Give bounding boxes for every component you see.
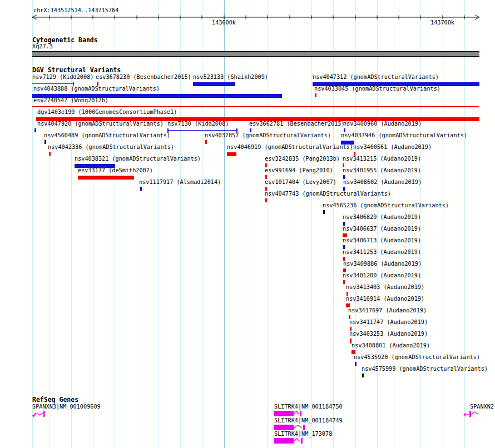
variant-label[interactable]: nsv4042336 (gnomADStructuralVariants) (48, 144, 174, 150)
variant-label[interactable]: nsv3411747 (Audano2019) (349, 319, 428, 325)
variant-label[interactable]: nsv4043888 (gnomADStructuralVariants) (33, 86, 160, 92)
variant-label[interactable]: esv3242835 (Pang2013b) (265, 156, 340, 162)
gene-label[interactable]: SLITRK4|NM_173078 (274, 431, 332, 437)
variant-glyph-point[interactable] (346, 303, 350, 307)
variant-label[interactable]: nsv3408801 (Audano2019) (352, 342, 430, 349)
variant-label[interactable]: nsv3406637 (Audano2019) (343, 226, 421, 232)
variant-label[interactable]: nsv3410914 (Audano2019) (346, 296, 424, 302)
cytoband-bar[interactable] (32, 51, 479, 57)
variant-glyph-point[interactable] (265, 163, 267, 167)
variant-label[interactable]: nsv3413403 (Audano2019) (346, 284, 424, 290)
variant-glyph-line[interactable] (32, 106, 479, 107)
variant-glyph-point[interactable] (344, 128, 345, 132)
genome-browser-canvas: 143600k143700k chrX:143512514..143715764… (0, 0, 495, 448)
variant-glyph-point[interactable] (346, 292, 348, 296)
variant-label[interactable]: nsv3406829 (Audano2019) (343, 214, 421, 220)
variant-label[interactable]: esv33177 (deSmith2007) (78, 167, 153, 173)
variant-glyph-point[interactable] (350, 327, 352, 331)
gene-arrow-left-icon (32, 411, 46, 417)
variant-label[interactable]: esv1017404 (Levy2007) (265, 179, 336, 185)
variant-label[interactable]: nsv4565236 (gnomADStructuralVariants) (323, 202, 449, 208)
ruler-tick-label: 143700k (430, 19, 454, 26)
variant-glyph-point[interactable] (140, 187, 142, 191)
variant-glyph-bar[interactable] (227, 152, 236, 156)
variant-label[interactable]: esv3678230 (Besenbacher2015) (96, 74, 191, 80)
variant-label[interactable]: nsv7130 (Kidd2008) (167, 121, 229, 127)
variant-glyph-point[interactable] (343, 233, 347, 237)
variant-label[interactable]: dgv1403e199 (1000GenomesConsortiumPhase1… (37, 109, 177, 115)
variant-glyph-point[interactable] (354, 152, 355, 156)
variant-label[interactable]: esv3662781 (Besenbacher2015) (249, 121, 345, 127)
variant-label[interactable]: nsv3408602 (Audano2019) (343, 179, 422, 185)
variant-label[interactable]: nsv3400561 (Audano2019) (353, 144, 432, 150)
variant-label[interactable]: nsv3400960 (Audano2019) (343, 121, 422, 127)
variant-glyph-point[interactable] (250, 128, 251, 132)
variant-glyph-point[interactable] (265, 187, 267, 191)
variant-glyph-point[interactable] (49, 152, 51, 156)
variant-label[interactable]: nsv4047743 (gnomADStructuralVariants) (265, 191, 391, 197)
gene-exon[interactable] (303, 425, 305, 430)
variant-glyph-range-line[interactable] (167, 130, 237, 131)
variant-label[interactable]: esv991694 (Pang2010) (265, 167, 333, 173)
variant-glyph-point[interactable] (343, 175, 345, 179)
variant-label[interactable]: nsv4038321 (gnomADStructuralVariants) (75, 156, 201, 162)
variant-glyph-point[interactable] (352, 350, 355, 354)
variant-label[interactable]: nsv3413215 (Audano2019) (343, 156, 421, 162)
variant-glyph-point[interactable] (343, 187, 345, 191)
variant-glyph-point[interactable] (343, 280, 345, 284)
gene-exon[interactable] (274, 425, 294, 430)
variant-glyph-point[interactable] (343, 245, 345, 249)
variant-label[interactable]: nsv4047920 (gnomADStructuralVariants) (37, 121, 164, 127)
variant-label[interactable]: nsv4575999 (gnomADStructuralVariants) (362, 366, 488, 372)
gene-label[interactable]: SLITRK4|NM_001184750 (274, 404, 343, 410)
variant-glyph-point[interactable] (44, 140, 46, 144)
variant-label[interactable]: nsv3409886 (Audano2019) (343, 261, 422, 267)
variant-label[interactable]: nsv3401200 (Audano2019) (343, 272, 421, 278)
variant-glyph-point[interactable] (315, 93, 316, 97)
variant-label[interactable]: nsv4047312 (gnomADStructuralVariants) (313, 74, 439, 80)
variant-glyph-point[interactable] (265, 198, 267, 202)
variant-glyph-point[interactable] (343, 257, 345, 261)
variant-glyph-point[interactable] (362, 374, 364, 377)
variant-label[interactable]: nsv4037946 (gnomADStructuralVariants) (341, 132, 467, 138)
gene-label[interactable]: SPANXN2| (470, 404, 495, 410)
variant-label[interactable]: esv2740547 (Wong2012b) (33, 97, 108, 103)
grid-line (443, 0, 443, 448)
variant-glyph-point[interactable] (343, 268, 346, 272)
variant-label[interactable]: nsv4037857 (gnomADStructuralVariants) (205, 132, 331, 138)
variant-glyph-bar[interactable] (193, 82, 235, 86)
variant-glyph-point[interactable] (205, 140, 207, 144)
variant-glyph-point[interactable] (34, 128, 36, 132)
variant-label[interactable]: nsv4560489 (gnomADStructuralVariants) (44, 132, 170, 138)
gene-exon[interactable] (274, 411, 294, 416)
variant-label[interactable]: nsv3411253 (Audano2019) (343, 249, 421, 255)
variant-label[interactable]: nsv1117917 (Alsmadi2014) (139, 179, 221, 185)
variant-glyph-point[interactable] (355, 362, 357, 366)
grid-line (202, 0, 202, 448)
variant-glyph-point[interactable] (343, 163, 344, 167)
variant-glyph-endcap (73, 82, 74, 86)
variant-glyph-line[interactable] (32, 83, 74, 84)
variant-label[interactable]: nsv7129 (Kidd2008) (32, 74, 93, 80)
variant-glyph-bar[interactable] (78, 176, 134, 180)
variant-glyph-point[interactable] (323, 210, 325, 214)
variant-label[interactable]: nsv4535920 (gnomADStructuralVariants) (354, 354, 480, 360)
gene-label[interactable]: SLITRK4|NM_001184749 (274, 417, 343, 424)
variant-label[interactable]: nsv523133 (Shaikh2009) (193, 74, 268, 80)
variant-glyph-point[interactable] (265, 175, 267, 179)
variant-label[interactable]: nsv3417697 (Audano2019) (348, 307, 427, 313)
variant-glyph-point[interactable] (349, 315, 350, 319)
variant-glyph-point[interactable] (343, 222, 345, 226)
variant-label[interactable]: nsv4046919 (gnomADStructuralVariants) (227, 144, 353, 150)
variant-label[interactable]: nsv3406713 (Audano2019) (343, 237, 421, 243)
gene-exon[interactable] (301, 438, 303, 444)
gene-exon[interactable] (300, 411, 301, 416)
grid-line (399, 0, 399, 448)
gene-exon[interactable] (274, 438, 294, 444)
variant-label[interactable]: nsv4033045 (gnomADStructuralVariants) (314, 86, 440, 92)
gene-label[interactable]: SPANXN3|NM_001009609 (32, 404, 101, 410)
variant-label[interactable]: nsv3401955 (Audano2019) (343, 167, 421, 173)
variant-label[interactable]: nsv3403253 (Audano2019) (349, 331, 428, 337)
variant-glyph-point[interactable] (97, 82, 98, 86)
refseq-track-header: RefSeq Genes (32, 396, 78, 403)
